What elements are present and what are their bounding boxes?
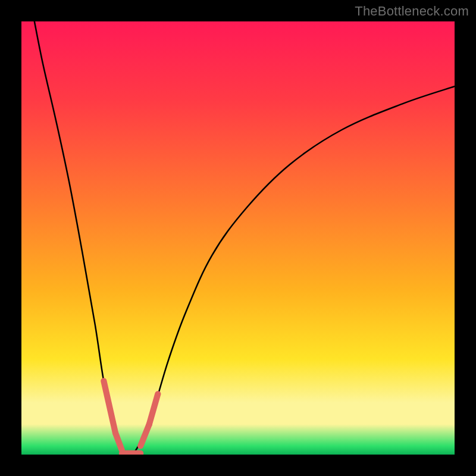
chart-frame: TheBottleneck.com xyxy=(0,0,476,476)
watermark-text: TheBottleneck.com xyxy=(355,4,469,19)
highlight-segment xyxy=(149,394,158,424)
bottleneck-curve xyxy=(35,21,455,455)
highlight-segment xyxy=(140,424,149,446)
plot-area xyxy=(21,21,455,455)
highlight-segment xyxy=(115,433,122,450)
highlight-segment xyxy=(104,381,115,433)
curve-layer xyxy=(21,21,455,455)
curve-highlight-markers xyxy=(104,381,158,453)
